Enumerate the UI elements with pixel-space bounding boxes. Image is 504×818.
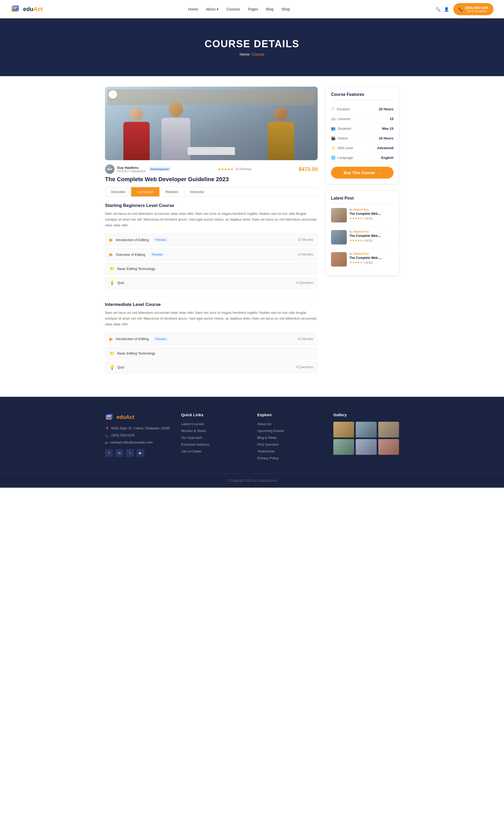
arrow-right-icon: → [377, 170, 381, 175]
preview-badge[interactable]: Preview [154, 238, 168, 242]
svg-rect-2 [13, 7, 17, 8]
footer-email: ✉ michael.mitc@example.com [105, 441, 171, 445]
lesson-left: ▶ Overview of Editing Preview [109, 251, 164, 257]
feature-row-students: 👥 Students: Max 15 [331, 124, 393, 133]
course-price: $473.00 [299, 166, 318, 172]
explore-item[interactable]: About Us [257, 422, 271, 426]
post-thumbnail [331, 230, 347, 244]
explore-item[interactable]: Upcoming Events [257, 429, 284, 433]
explore-item[interactable]: Privacy Policy [257, 456, 279, 460]
lesson-duration: 6 Questions [296, 281, 313, 285]
breadcrumb: Home / Course [240, 52, 264, 56]
nav-pages[interactable]: Pages [248, 7, 258, 11]
gallery-item[interactable] [356, 422, 376, 438]
footer-logo-text: eduAct [117, 414, 134, 420]
lesson-name: Overview of Editing [116, 253, 145, 256]
post-thumbnail [331, 208, 347, 222]
call-sub: Call to Questions [465, 10, 488, 13]
course-meta: GH Guy Hawkins PROJECT MANAGER Developme… [105, 164, 318, 174]
feature-value-skill: Advanced [377, 146, 393, 150]
linkedin-button[interactable]: in [115, 449, 123, 457]
call-button[interactable]: 📞 (303) 555-0105 Call to Questions [453, 3, 493, 15]
footer-logo: eduAct [105, 413, 171, 422]
post-thumbnail [331, 252, 347, 266]
quicklink-item[interactable]: Join a Career [181, 449, 202, 453]
feature-label-language: 🌐 Language: [331, 155, 354, 160]
post-title[interactable]: The Complete Web..... [349, 256, 382, 260]
nav-links: Home About ▾ Courses Pages Blog Shop [188, 7, 290, 11]
breadcrumb-sep: / [250, 52, 253, 56]
logo[interactable]: eduAct [11, 4, 43, 14]
tab-overview[interactable]: Overview [105, 187, 131, 196]
nav-courses[interactable]: Courses [226, 7, 240, 11]
gallery-item[interactable] [333, 422, 354, 438]
feature-label-lessons: 📖 Lessons: [331, 117, 351, 121]
list-item: FAQ Question [257, 442, 323, 447]
lesson-item: 📁 Basic Editing Technology [105, 347, 318, 359]
post-title[interactable]: The Complete Web.... [349, 234, 381, 238]
gallery-item[interactable] [333, 439, 354, 455]
gallery-item[interactable] [356, 439, 376, 455]
phone-icon: 📞 [105, 434, 109, 438]
svg-rect-6 [107, 415, 111, 416]
feature-label-duration: ⏱ Duration: [331, 107, 351, 111]
svg-rect-7 [107, 416, 110, 417]
lesson-duration: 10 Minutes [298, 238, 313, 241]
nav-shop[interactable]: Shop [281, 7, 290, 11]
youtube-button[interactable]: ▶ [137, 449, 144, 457]
quicklinks-title: Quick Links [181, 413, 247, 417]
right-column: Course Features ⏱ Duration: 20 Hours 📖 L… [325, 87, 399, 381]
quicklink-item[interactable]: Our Approach [181, 436, 202, 440]
search-icon[interactable]: 🔍 [435, 7, 441, 12]
play-icon: ▶ [109, 251, 113, 257]
book-icon: 📖 [331, 117, 335, 121]
nav-right: 🔍 👤 📞 (303) 555-0105 Call to Questions [435, 3, 493, 15]
globe-icon: 🌐 [331, 155, 335, 160]
user-icon[interactable]: 👤 [444, 7, 449, 12]
lesson-name: Quiz [117, 365, 124, 369]
gallery-item[interactable] [378, 422, 399, 438]
favorite-button[interactable]: ♡ [109, 90, 117, 99]
post-rating: 4.8(30) [364, 217, 373, 220]
folder-icon: 📁 [109, 266, 115, 271]
course-tabs: Overview Curriculum Reviews Instructor [105, 187, 318, 197]
explore-item[interactable]: Blog & News [257, 436, 277, 440]
preview-badge[interactable]: Preview [154, 337, 168, 341]
lesson-duration: 10 Minutes [298, 337, 313, 341]
tab-reviews[interactable]: Reviews [160, 187, 184, 196]
lesson-item: 📁 Basic Editing Technology [105, 263, 318, 275]
facebook-button[interactable]: f [105, 449, 113, 457]
post-title[interactable]: The Complete Web.... [349, 212, 381, 216]
section-intermediate-title: Intermediate Level Course [105, 302, 318, 307]
feature-label-students: 👥 Students: [331, 126, 352, 130]
gallery-item[interactable] [378, 439, 399, 455]
lesson-name: Introduction of Editing [116, 337, 149, 341]
breadcrumb-home[interactable]: Home [240, 52, 249, 56]
quicklink-item[interactable]: Latest Courses [181, 422, 204, 426]
footer-socials: f in t ▶ [105, 449, 171, 457]
list-item: Privacy Policy [257, 456, 323, 460]
preview-badge[interactable]: Preview [150, 252, 164, 256]
buy-course-button[interactable]: Buy This Course → [331, 167, 393, 178]
features-title: Course Features [331, 92, 393, 100]
tab-instructor[interactable]: Instructor [184, 187, 210, 196]
twitter-button[interactable]: t [126, 449, 134, 457]
tab-curriculum[interactable]: Curriculum [131, 187, 160, 196]
svg-rect-3 [13, 8, 16, 9]
list-item: About Us [257, 422, 323, 426]
list-item: Testimonial [257, 449, 323, 453]
nav-home[interactable]: Home [188, 7, 198, 11]
course-features-card: Course Features ⏱ Duration: 20 Hours 📖 L… [325, 87, 399, 184]
lesson-left: 💡 Quiz [109, 280, 124, 285]
explore-item[interactable]: FAQ Question [257, 443, 279, 447]
quicklink-item[interactable]: Mission & Vision [181, 429, 206, 433]
nav-about[interactable]: About ▾ [206, 7, 218, 11]
section-divider [105, 296, 318, 297]
nav-blog[interactable]: Blog [266, 7, 274, 11]
lesson-left: 📁 Basic Editing Technology [109, 266, 155, 271]
course-image-wrapper: ♡ [105, 87, 318, 160]
quicklink-item[interactable]: Exclusive Advisors [181, 443, 209, 447]
phone-icon: 📞 [459, 7, 463, 11]
explore-item[interactable]: Testimonial [257, 449, 274, 453]
lesson-left: ▶ Introduction of Editing Preview [109, 336, 168, 342]
